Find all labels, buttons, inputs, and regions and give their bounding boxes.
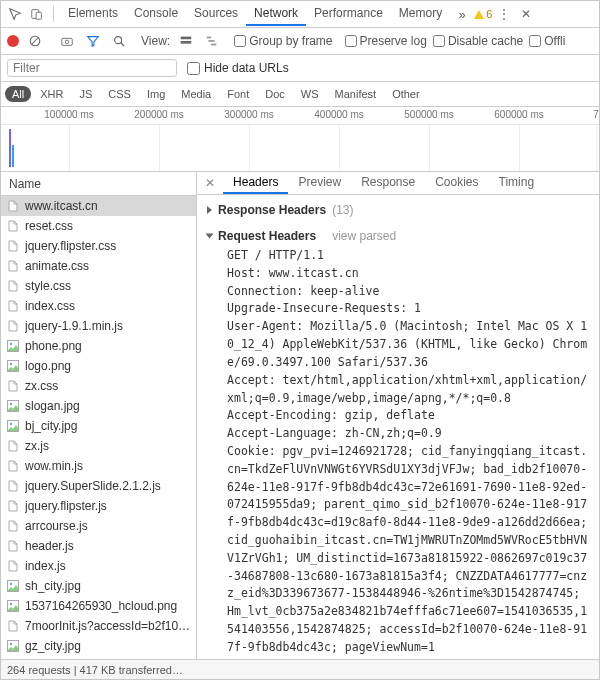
- file-icon: [7, 560, 19, 572]
- timeline-tick: 200000 ms: [134, 109, 183, 120]
- record-icon[interactable]: [7, 35, 19, 47]
- type-chip-manifest[interactable]: Manifest: [328, 86, 384, 102]
- request-row[interactable]: jquery.flipster.js: [1, 496, 196, 516]
- request-name: reset.css: [25, 219, 73, 233]
- request-row[interactable]: header.js: [1, 536, 196, 556]
- request-name: wow.min.js: [25, 459, 83, 473]
- type-chip-doc[interactable]: Doc: [258, 86, 292, 102]
- raw-request-headers: GET / HTTP/1.1 Host: www.itcast.cn Conne…: [207, 245, 589, 665]
- request-row[interactable]: jquery.SuperSlide.2.1.2.js: [1, 476, 196, 496]
- request-row[interactable]: 1537164265930_hcloud.png: [1, 596, 196, 616]
- type-chip-js[interactable]: JS: [72, 86, 99, 102]
- clear-icon[interactable]: [25, 31, 45, 51]
- close-devtools-icon[interactable]: ✕: [516, 4, 536, 24]
- timeline-marker: [12, 145, 14, 167]
- filter-icon[interactable]: [83, 31, 103, 51]
- response-headers-section[interactable]: Response Headers (13): [207, 201, 589, 219]
- svg-rect-8: [181, 37, 192, 40]
- type-chip-media[interactable]: Media: [174, 86, 218, 102]
- kebab-menu-icon[interactable]: ⋮: [494, 4, 514, 24]
- request-row[interactable]: logo.png: [1, 356, 196, 376]
- image-icon: [7, 600, 19, 612]
- file-icon: [7, 520, 19, 532]
- search-icon[interactable]: [109, 31, 129, 51]
- main-tab-elements[interactable]: Elements: [60, 2, 126, 26]
- svg-point-18: [10, 403, 12, 405]
- column-header-name[interactable]: Name: [1, 172, 196, 196]
- type-chip-font[interactable]: Font: [220, 86, 256, 102]
- file-icon: [7, 260, 19, 272]
- main-tab-network[interactable]: Network: [246, 2, 306, 26]
- capture-screenshot-icon[interactable]: [57, 31, 77, 51]
- type-chip-img[interactable]: Img: [140, 86, 172, 102]
- svg-point-14: [10, 343, 12, 345]
- detail-tab-headers[interactable]: Headers: [223, 172, 288, 194]
- request-row[interactable]: wow.min.js: [1, 456, 196, 476]
- inspect-icon[interactable]: [5, 4, 25, 24]
- view-large-icon[interactable]: [176, 31, 196, 51]
- detail-tab-preview[interactable]: Preview: [288, 172, 351, 194]
- file-icon: [7, 620, 19, 632]
- close-detail-icon[interactable]: ✕: [201, 176, 219, 190]
- request-row[interactable]: style.css: [1, 276, 196, 296]
- preserve-log-checkbox[interactable]: Preserve log: [345, 34, 427, 48]
- svg-rect-10: [207, 37, 211, 39]
- request-row[interactable]: sh_city.jpg: [1, 576, 196, 596]
- request-name: 1537164265930_hcloud.png: [25, 599, 177, 613]
- svg-point-20: [10, 423, 12, 425]
- type-chip-all[interactable]: All: [5, 86, 31, 102]
- main-tab-performance[interactable]: Performance: [306, 2, 391, 26]
- offline-checkbox[interactable]: Offli: [529, 34, 565, 48]
- request-list: Name www.itcast.cnreset.cssjquery.flipst…: [1, 172, 197, 659]
- request-row[interactable]: phone.png: [1, 336, 196, 356]
- detail-tab-timing[interactable]: Timing: [489, 172, 545, 194]
- type-chip-other[interactable]: Other: [385, 86, 427, 102]
- request-row[interactable]: jquery.flipster.css: [1, 236, 196, 256]
- svg-point-6: [115, 37, 122, 44]
- request-name: zx.js: [25, 439, 49, 453]
- request-row[interactable]: slogan.jpg: [1, 396, 196, 416]
- request-row[interactable]: arrcourse.js: [1, 516, 196, 536]
- request-row[interactable]: zx.css: [1, 376, 196, 396]
- view-parsed-link[interactable]: view parsed: [332, 229, 396, 243]
- file-icon: [7, 540, 19, 552]
- file-icon: [7, 440, 19, 452]
- request-row[interactable]: www.itcast.cn: [1, 196, 196, 216]
- request-row[interactable]: index.js: [1, 556, 196, 576]
- main-tab-console[interactable]: Console: [126, 2, 186, 26]
- request-row[interactable]: 7moorInit.js?accessId=b2f10…: [1, 616, 196, 636]
- type-chip-ws[interactable]: WS: [294, 86, 326, 102]
- request-name: jquery.flipster.js: [25, 499, 107, 513]
- detail-tab-cookies[interactable]: Cookies: [425, 172, 488, 194]
- disable-cache-checkbox[interactable]: Disable cache: [433, 34, 523, 48]
- file-icon: [7, 320, 19, 332]
- detail-tab-response[interactable]: Response: [351, 172, 425, 194]
- filter-input[interactable]: [7, 59, 177, 77]
- timeline-tick: 500000 ms: [404, 109, 453, 120]
- request-name: logo.png: [25, 359, 71, 373]
- request-row[interactable]: bj_city.jpg: [1, 416, 196, 436]
- timeline-overview[interactable]: 100000 ms200000 ms300000 ms400000 ms5000…: [1, 107, 599, 172]
- svg-rect-12: [211, 44, 216, 46]
- hide-data-urls-checkbox[interactable]: Hide data URLs: [187, 61, 289, 75]
- request-row[interactable]: jquery-1.9.1.min.js: [1, 316, 196, 336]
- group-by-frame-checkbox[interactable]: Group by frame: [234, 34, 332, 48]
- device-toggle-icon[interactable]: [27, 4, 47, 24]
- request-row[interactable]: zx.js: [1, 436, 196, 456]
- file-icon: [7, 220, 19, 232]
- file-icon: [7, 280, 19, 292]
- request-row[interactable]: reset.css: [1, 216, 196, 236]
- tabs-overflow-icon[interactable]: »: [452, 4, 472, 24]
- request-row[interactable]: animate.css: [1, 256, 196, 276]
- warnings-badge[interactable]: 6: [474, 8, 492, 20]
- main-tab-memory[interactable]: Memory: [391, 2, 450, 26]
- request-headers-section[interactable]: Request Headersview parsed: [207, 227, 589, 245]
- type-chip-css[interactable]: CSS: [101, 86, 138, 102]
- network-toolbar: View: Group by frame Preserve log Disabl…: [1, 28, 599, 55]
- image-icon: [7, 360, 19, 372]
- view-waterfall-icon[interactable]: [202, 31, 222, 51]
- type-chip-xhr[interactable]: XHR: [33, 86, 70, 102]
- request-row[interactable]: gz_city.jpg: [1, 636, 196, 656]
- main-tab-sources[interactable]: Sources: [186, 2, 246, 26]
- request-row[interactable]: index.css: [1, 296, 196, 316]
